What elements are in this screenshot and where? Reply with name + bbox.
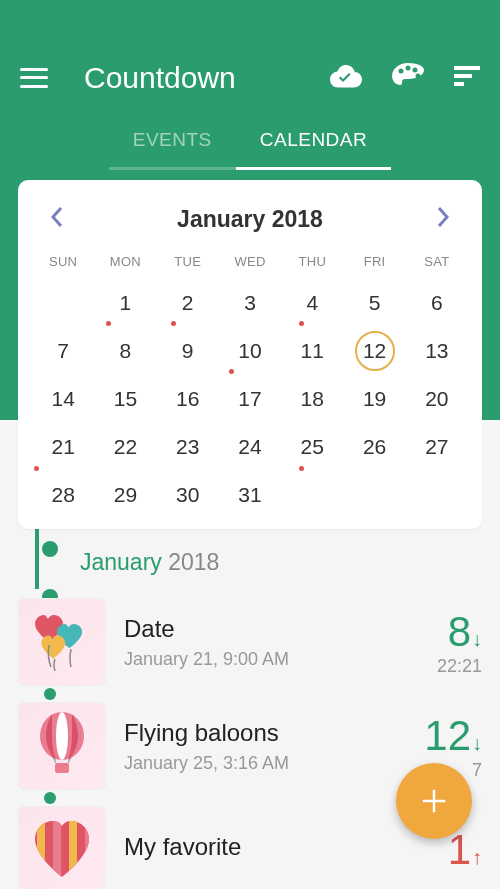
svg-rect-14 [69,815,77,885]
svg-rect-5 [454,74,472,78]
calendar-day[interactable]: 4 [281,279,343,327]
day-of-week-label: THU [281,254,343,279]
calendar-day[interactable]: 19 [343,375,405,423]
day-of-week-label: SUN [32,254,94,279]
day-of-week-label: SAT [406,254,468,279]
event-icon [18,702,106,790]
palette-icon[interactable] [392,63,424,93]
calendar-month-title: January 2018 [177,206,323,233]
calendar-day[interactable]: 15 [94,375,156,423]
calendar-day[interactable]: 12 [343,327,405,375]
calendar-day[interactable]: 22 [94,423,156,471]
svg-rect-4 [454,66,480,70]
svg-rect-15 [85,815,93,885]
app-title: Countdown [84,61,330,95]
calendar-day[interactable]: 6 [406,279,468,327]
calendar-day[interactable]: 11 [281,327,343,375]
svg-rect-13 [53,815,61,885]
day-of-week-label: TUE [157,254,219,279]
calendar-day[interactable]: 23 [157,423,219,471]
svg-point-3 [416,73,421,78]
calendar-day[interactable]: 9 [157,327,219,375]
day-of-week-label: MON [94,254,156,279]
calendar-day[interactable]: 26 [343,423,405,471]
calendar-day[interactable]: 27 [406,423,468,471]
calendar-day[interactable]: 7 [32,327,94,375]
event-subtitle: January 21, 9:00 AM [124,649,437,670]
countdown-time: 22:21 [437,656,482,677]
event-title: My favorite [124,833,448,861]
event-dot-icon [106,321,111,326]
day-of-week-label: FRI [343,254,405,279]
calendar-day[interactable]: 16 [157,375,219,423]
calendar-day[interactable]: 1 [94,279,156,327]
timeline-connector-dot-icon [44,792,56,804]
event-icon [18,806,106,889]
calendar-card: January 2018 SUNMONTUEWEDTHUFRISAT 12345… [18,180,482,529]
section-year: 2018 [168,549,219,575]
countdown-time: 7 [472,760,482,781]
calendar-day[interactable]: 14 [32,375,94,423]
calendar-day[interactable]: 25 [281,423,343,471]
prev-month-button[interactable] [42,202,72,236]
calendar-day[interactable]: 30 [157,471,219,519]
countdown-number: 12 [424,712,471,760]
calendar-day[interactable]: 5 [343,279,405,327]
cloud-sync-icon[interactable] [330,64,362,92]
calendar-day[interactable]: 2 [157,279,219,327]
svg-rect-6 [454,82,464,86]
calendar-day[interactable]: 8 [94,327,156,375]
countdown-number: 8 [448,608,471,656]
event-icon [18,598,106,686]
svg-point-1 [406,65,411,70]
timeline-dot-icon [42,541,58,557]
event-subtitle: January 25, 3:16 AM [124,753,424,774]
add-event-button[interactable] [396,763,472,839]
section-month: January [80,549,162,575]
calendar-day[interactable]: 28 [32,471,94,519]
calendar-day[interactable]: 20 [406,375,468,423]
event-dot-icon [171,321,176,326]
svg-rect-11 [27,815,97,885]
calendar-day[interactable]: 10 [219,327,281,375]
section-month-header: January 2018 [80,549,219,576]
calendar-day[interactable]: 29 [94,471,156,519]
sort-icon[interactable] [454,66,480,90]
event-title: Flying baloons [124,719,424,747]
menu-button[interactable] [20,68,48,88]
next-month-button[interactable] [428,202,458,236]
calendar-day[interactable]: 18 [281,375,343,423]
event-dot-icon [229,369,234,374]
event-item[interactable]: DateJanuary 21, 9:00 AM8↓22:21 [0,590,500,694]
svg-point-0 [399,68,404,73]
day-of-week-label: WED [219,254,281,279]
svg-rect-12 [37,815,45,885]
calendar-day[interactable]: 24 [219,423,281,471]
arrow-down-icon: ↓ [472,628,482,651]
calendar-day[interactable]: 31 [219,471,281,519]
calendar-day[interactable]: 13 [406,327,468,375]
arrow-down-icon: ↓ [472,732,482,755]
event-dot-icon [299,321,304,326]
tab-calendar[interactable]: CALENDAR [236,115,391,170]
calendar-day[interactable]: 17 [219,375,281,423]
tab-events[interactable]: EVENTS [109,115,236,170]
svg-point-2 [413,67,418,72]
calendar-day[interactable]: 21 [32,423,94,471]
calendar-day[interactable]: 3 [219,279,281,327]
event-title: Date [124,615,437,643]
arrow-up-icon: ↑ [472,846,482,869]
svg-rect-8 [55,763,69,773]
timeline-connector-dot-icon [44,688,56,700]
